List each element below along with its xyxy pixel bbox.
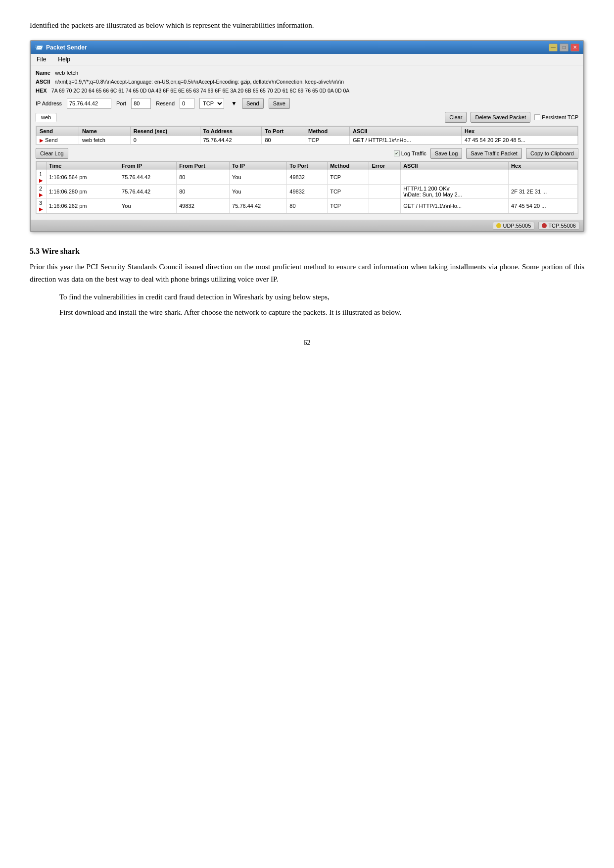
resend-input[interactable]	[180, 98, 194, 109]
log-to-ip-1: You	[230, 170, 287, 184]
log-row-2: 2 ▶ 1:16:06.280 pm 75.76.44.42 80 You 49…	[37, 184, 578, 198]
name-label: Name	[36, 70, 50, 76]
cell-ascii: GET / HTTP/1.1\r\nHo...	[350, 136, 462, 144]
file-menu[interactable]: File	[35, 55, 48, 63]
table-row: ▶Send web fetch 0 75.76.44.42 80 TCP GET…	[37, 136, 578, 144]
log-from-ip-3: You	[119, 198, 177, 213]
window-body: Name web fetch ASCII n/xml;q=0.9,*/*;q=0…	[31, 65, 583, 220]
log-method-1: TCP	[328, 170, 369, 184]
persistent-tcp-label: Persistent TCP	[542, 114, 578, 120]
log-method-3: TCP	[328, 198, 369, 213]
log-error-3	[369, 198, 401, 213]
log-ascii-3: GET / HTTP/1.1\r\nHo...	[401, 198, 509, 213]
log-col-time: Time	[47, 161, 119, 170]
col-to-address: To Address	[200, 126, 262, 136]
hex-value: 7A 69 70 2C 20 64 65 66 6C 61 74 65 0D 0…	[51, 88, 349, 94]
packet-table-container: Send Name Resend (sec) To Address To Por…	[36, 126, 578, 145]
indented-paragraph-2: First download and install the wire shar…	[59, 306, 584, 319]
tcp-label: TCP:55006	[548, 223, 576, 229]
web-tab[interactable]: web	[36, 113, 56, 122]
window-titlebar: 📨 Packet Sender — □ ✕	[31, 41, 583, 54]
ip-label: IP Address	[36, 100, 62, 106]
log-hex-3: 47 45 54 20 ...	[509, 198, 578, 213]
body-paragraph-1: Prior this year the PCI Security Standar…	[30, 261, 584, 286]
log-row-1: 1 ▶ 1:16:06.564 pm 75.76.44.42 80 You 49…	[37, 170, 578, 184]
log-col-ascii: ASCII	[401, 161, 509, 170]
udp-label: UDP:55005	[503, 223, 531, 229]
log-col-method: Method	[328, 161, 369, 170]
cell-resend: 0	[130, 136, 200, 144]
close-button[interactable]: ✕	[570, 44, 579, 51]
port-input[interactable]	[131, 98, 151, 109]
log-traffic-checkbox[interactable]: ✓	[394, 150, 400, 156]
save-button[interactable]: Save	[269, 98, 290, 109]
send-button[interactable]: Send	[242, 98, 264, 109]
log-col-hex: Hex	[509, 161, 578, 170]
ascii-value: n/xml;q=0.9,*/*;q=0.8\r\nAccept-Language…	[55, 79, 344, 85]
app-icon: 📨	[35, 44, 43, 51]
log-traffic-label: Log Traffic	[401, 150, 426, 156]
packet-table: Send Name Resend (sec) To Address To Por…	[36, 126, 578, 145]
intro-text: Identified the packets are illustrated a…	[30, 20, 584, 31]
log-to-port-3: 80	[287, 198, 328, 213]
log-num-1: 1 ▶	[37, 170, 47, 184]
col-hex: Hex	[462, 126, 578, 136]
ip-port-row: IP Address Port Resend TCP UDP ▼ Send Sa…	[36, 98, 578, 109]
cell-name: web fetch	[79, 136, 130, 144]
port-label: Port	[116, 100, 126, 106]
log-col-from-ip: From IP	[119, 161, 177, 170]
window-controls: — □ ✕	[549, 44, 579, 51]
log-ascii-1	[401, 170, 509, 184]
cell-to-address: 75.76.44.42	[200, 136, 262, 144]
log-col-error: Error	[369, 161, 401, 170]
ip-input[interactable]	[67, 98, 111, 109]
section-heading: 5.3 Wire shark	[30, 247, 584, 256]
hex-row: HEX 7A 69 70 2C 20 64 65 66 6C 61 74 65 …	[36, 87, 578, 95]
log-num-3: 3 ▶	[37, 198, 47, 213]
log-from-port-3: 49832	[177, 198, 230, 213]
udp-indicator	[496, 223, 501, 228]
log-num-2: 2 ▶	[37, 184, 47, 198]
persistent-tcp-checkbox[interactable]	[534, 114, 540, 120]
clear-log-button[interactable]: Clear Log	[36, 148, 68, 159]
log-to-port-1: 49832	[287, 170, 328, 184]
name-row: Name web fetch	[36, 69, 578, 77]
log-error-1	[369, 170, 401, 184]
window-title-text: Packet Sender	[46, 44, 87, 51]
col-method: Method	[305, 126, 350, 136]
log-to-port-2: 49832	[287, 184, 328, 198]
col-ascii: ASCII	[350, 126, 462, 136]
cell-hex: 47 45 54 20 2F 20 48 5...	[462, 136, 578, 144]
maximize-button[interactable]: □	[560, 44, 568, 51]
copy-clipboard-button[interactable]: Copy to Clipboard	[526, 148, 578, 159]
tab-controls-row: web Clear Delete Saved Packet Persistent…	[36, 112, 578, 123]
save-traffic-button[interactable]: Save Traffic Packet	[466, 148, 522, 159]
tcp-indicator	[542, 223, 547, 228]
minimize-button[interactable]: —	[549, 44, 558, 51]
cell-method: TCP	[305, 136, 350, 144]
log-hex-2: 2F 31 2E 31 ...	[509, 184, 578, 198]
log-table: Time From IP From Port To IP To Port Met…	[36, 161, 578, 213]
log-hex-1	[509, 170, 578, 184]
cell-to-port: 80	[262, 136, 305, 144]
window-title: 📨 Packet Sender	[35, 44, 87, 51]
log-to-ip-2: You	[230, 184, 287, 198]
ascii-row: ASCII n/xml;q=0.9,*/*;q=0.8\r\nAccept-La…	[36, 78, 578, 86]
help-menu[interactable]: Help	[56, 55, 72, 63]
delete-saved-button[interactable]: Delete Saved Packet	[471, 112, 530, 123]
log-col-num	[37, 161, 47, 170]
log-from-port-2: 80	[177, 184, 230, 198]
save-log-button[interactable]: Save Log	[430, 148, 462, 159]
cell-send[interactable]: ▶Send	[37, 136, 79, 144]
col-to-port: To Port	[262, 126, 305, 136]
page-number: 62	[30, 339, 584, 347]
log-to-ip-3: 75.76.44.42	[230, 198, 287, 213]
indented-paragraph-1: To find the vulnerabilities in credit ca…	[59, 291, 584, 304]
col-name: Name	[79, 126, 130, 136]
protocol-select[interactable]: TCP UDP	[199, 98, 224, 109]
udp-status: UDP:55005	[493, 222, 534, 230]
clear-button[interactable]: Clear	[445, 112, 467, 123]
col-send: Send	[37, 126, 79, 136]
persistent-tcp-checkbox-item: Persistent TCP	[534, 114, 578, 120]
log-controls: Clear Log ✓ Log Traffic Save Log Save Tr…	[36, 148, 578, 159]
